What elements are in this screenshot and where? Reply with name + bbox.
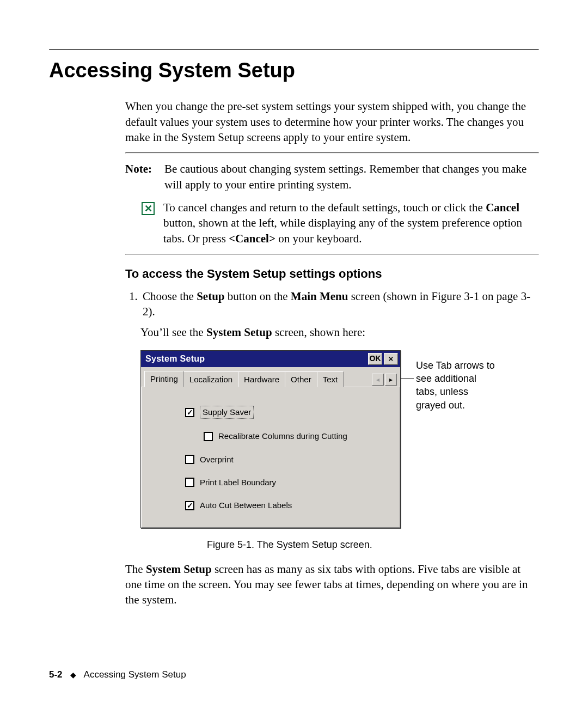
checkbox-recalibrate[interactable]	[204, 432, 213, 441]
cancel-tip-pre: To cancel changes and return to the defa…	[163, 201, 486, 214]
after-pre: The	[125, 563, 146, 576]
cancel-icon: ✕	[142, 202, 155, 215]
tab-hardware[interactable]: Hardware	[238, 371, 285, 387]
step1b-bold: System Setup	[206, 326, 272, 339]
option-recalibrate[interactable]: Recalibrate Columns during Cutting	[204, 431, 389, 442]
footer-section: Accessing System Setup	[84, 669, 186, 681]
subheading: To access the System Setup settings opti…	[125, 266, 539, 282]
checkbox-overprint[interactable]	[185, 455, 194, 464]
footer-diamond-icon: ◆	[70, 670, 76, 680]
step1-setup: Setup	[197, 290, 224, 303]
screenshot-block: System Setup OK × Printing Localization …	[140, 350, 539, 529]
note-block: Note: Be cautious about changing system …	[125, 161, 539, 192]
tab-bar: Printing Localization Hardware Other Tex…	[141, 367, 400, 387]
option-print-label-boundary[interactable]: Print Label Boundary	[185, 477, 389, 488]
label-print-label-boundary: Print Label Boundary	[200, 477, 276, 488]
tab-panel-printing: Supply Saver Recalibrate Columns during …	[141, 387, 400, 528]
option-auto-cut[interactable]: Auto Cut Between Labels	[185, 500, 389, 511]
option-supply-saver[interactable]: Supply Saver	[185, 406, 389, 419]
top-rule	[49, 49, 539, 50]
cancel-word: Cancel	[486, 201, 519, 214]
checkbox-auto-cut[interactable]	[185, 501, 194, 510]
figure-caption: Figure 5-1. The System Setup screen.	[207, 538, 539, 551]
cancel-tip-post: on your keyboard.	[275, 232, 362, 245]
tab-scroll-left-button[interactable]: ◂	[372, 374, 384, 386]
page-footer: 5-2 ◆ Accessing System Setup	[49, 669, 539, 681]
label-recalibrate: Recalibrate Columns during Cutting	[218, 431, 347, 442]
tab-text[interactable]: Text	[317, 371, 344, 387]
cancel-tip-text: To cancel changes and return to the defa…	[163, 200, 539, 246]
note-label: Note:	[125, 161, 164, 192]
step1b-pre: You’ll see the	[140, 326, 206, 339]
ok-button[interactable]: OK	[368, 353, 382, 365]
tab-localization[interactable]: Localization	[183, 371, 238, 387]
tab-printing[interactable]: Printing	[144, 371, 184, 387]
page-title: Accessing System Setup	[49, 57, 539, 84]
callout-text: Use Tab arrows to see additional tabs, u…	[416, 360, 495, 411]
step1-followup: You’ll see the System Setup screen, show…	[140, 325, 539, 340]
note-bottom-rule	[125, 254, 539, 255]
label-auto-cut: Auto Cut Between Labels	[200, 500, 292, 511]
dialog-title: System Setup	[145, 353, 205, 365]
system-setup-dialog: System Setup OK × Printing Localization …	[140, 350, 401, 529]
cancel-key: <Cancel>	[229, 232, 275, 245]
manual-page: Accessing System Setup When you change t…	[0, 0, 588, 714]
after-paragraph: The System Setup screen has as many as s…	[125, 562, 539, 608]
step1-menu: Main Menu	[291, 290, 348, 303]
tab-other[interactable]: Other	[285, 371, 317, 387]
callout-tab-arrows: Use Tab arrows to see additional tabs, u…	[416, 359, 498, 412]
option-overprint[interactable]: Overprint	[185, 454, 389, 465]
page-number: 5-2	[49, 669, 63, 681]
label-supply-saver: Supply Saver	[200, 406, 254, 419]
close-button[interactable]: ×	[384, 353, 398, 365]
label-overprint: Overprint	[200, 454, 234, 465]
tab-scroll-right-button[interactable]: ▸	[385, 374, 397, 386]
intro-paragraph: When you change the pre-set system setti…	[125, 99, 539, 145]
checkbox-print-label-boundary[interactable]	[185, 478, 194, 487]
step1-mid: button on the	[225, 290, 291, 303]
step1b-post: screen, shown here:	[272, 326, 365, 339]
checkbox-supply-saver[interactable]	[185, 408, 194, 417]
dialog-titlebar[interactable]: System Setup OK ×	[141, 351, 400, 367]
note-text: Be cautious about changing system settin…	[164, 161, 539, 192]
cancel-tip-block: ✕ To cancel changes and return to the de…	[142, 200, 539, 246]
titlebar-buttons: OK ×	[368, 353, 398, 365]
tab-nav: ◂ ▸	[372, 374, 397, 387]
after-bold: System Setup	[146, 563, 212, 576]
callout-leader-line	[401, 379, 414, 379]
step-1: Choose the Setup button on the Main Menu…	[140, 289, 539, 320]
note-top-rule	[125, 152, 539, 154]
step1-pre: Choose the	[143, 290, 197, 303]
steps-list: Choose the Setup button on the Main Menu…	[125, 289, 539, 320]
